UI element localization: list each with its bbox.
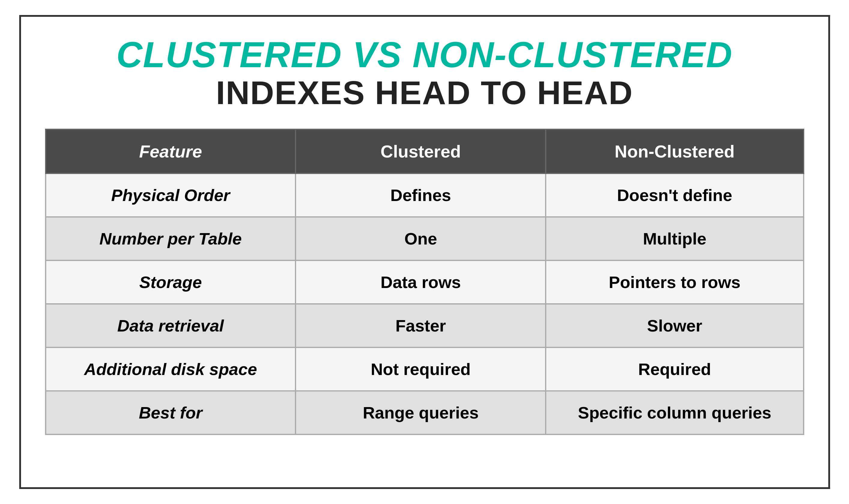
- row-2-feature: Storage: [46, 260, 296, 304]
- row-4-clustered: Not required: [295, 347, 546, 391]
- header-nonclustered: Non-Clustered: [546, 129, 803, 174]
- row-3-clustered: Faster: [295, 304, 546, 347]
- table-row: Physical OrderDefinesDoesn't define: [46, 174, 804, 217]
- row-3-feature: Data retrieval: [46, 304, 296, 347]
- table-row: Number per TableOneMultiple: [46, 217, 804, 260]
- page-container: CLUSTERED VS NON-CLUSTERED INDEXES HEAD …: [19, 15, 830, 489]
- title-line2: INDEXES HEAD TO HEAD: [116, 74, 732, 111]
- table-row: StorageData rowsPointers to rows: [46, 260, 804, 304]
- comparison-table: Feature Clustered Non-Clustered Physical…: [45, 129, 804, 435]
- title-line1: CLUSTERED VS NON-CLUSTERED: [116, 35, 732, 74]
- header-feature: Feature: [46, 129, 296, 174]
- row-0-clustered: Defines: [295, 174, 546, 217]
- table-header-row: Feature Clustered Non-Clustered: [46, 129, 804, 174]
- row-2-nonclustered: Pointers to rows: [546, 260, 803, 304]
- row-0-nonclustered: Doesn't define: [546, 174, 803, 217]
- row-1-nonclustered: Multiple: [546, 217, 803, 260]
- row-4-feature: Additional disk space: [46, 347, 296, 391]
- row-0-feature: Physical Order: [46, 174, 296, 217]
- table-row: Data retrievalFasterSlower: [46, 304, 804, 347]
- row-4-nonclustered: Required: [546, 347, 803, 391]
- header-clustered: Clustered: [295, 129, 546, 174]
- row-5-feature: Best for: [46, 391, 296, 434]
- table-row: Additional disk spaceNot requiredRequire…: [46, 347, 804, 391]
- row-5-clustered: Range queries: [295, 391, 546, 434]
- table-row: Best forRange queriesSpecific column que…: [46, 391, 804, 434]
- row-1-clustered: One: [295, 217, 546, 260]
- title-block: CLUSTERED VS NON-CLUSTERED INDEXES HEAD …: [116, 35, 732, 111]
- row-1-feature: Number per Table: [46, 217, 296, 260]
- row-3-nonclustered: Slower: [546, 304, 803, 347]
- row-5-nonclustered: Specific column queries: [546, 391, 803, 434]
- row-2-clustered: Data rows: [295, 260, 546, 304]
